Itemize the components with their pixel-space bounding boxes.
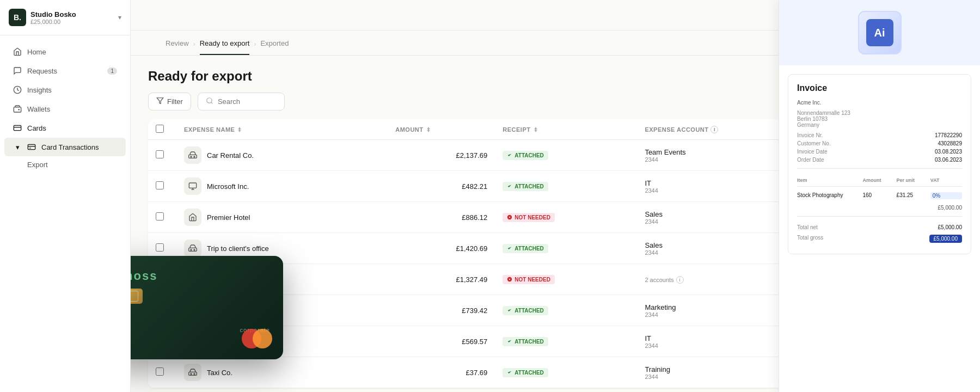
expense-type-icon xyxy=(184,209,201,226)
svg-point-33 xyxy=(191,373,192,375)
th-receipt: RECEIPT xyxy=(495,119,637,140)
amount-cell: £1,420.69 xyxy=(388,233,495,264)
sidebar-item-requests[interactable]: Requests 1 xyxy=(4,62,126,80)
svg-point-23 xyxy=(194,249,195,250)
invoice-field-order-date: Order Date 03.06.2023 xyxy=(797,157,962,163)
search-input[interactable] xyxy=(218,97,272,106)
tab-exported[interactable]: Exported xyxy=(260,39,289,55)
nav-sub-group: Export xyxy=(0,157,130,173)
sidebar: B. Studio Bosko £25,000.00 ▾ Home Reques… xyxy=(0,0,131,392)
expense-name-wrapper: Premier Hotel xyxy=(184,209,380,226)
sidebar-item-wallets[interactable]: Wallets xyxy=(4,100,126,118)
amount-cell: £1,327.49 xyxy=(388,264,495,295)
invoice-field-invoice-nr: Invoice Nr. 177822290 xyxy=(797,132,962,138)
expense-name-text: Car Rental Co. xyxy=(207,151,254,160)
receipt-badge-not-needed: NOT NEEDED xyxy=(503,213,555,222)
search-box[interactable] xyxy=(198,93,285,111)
receipt-cell: ATTACHED xyxy=(495,357,637,388)
sidebar-navigation: Home Requests 1 Insights Wallets xyxy=(0,35,130,392)
svg-point-34 xyxy=(194,373,195,375)
receipt-badge-attached: ATTACHED xyxy=(503,151,548,160)
sidebar-item-home[interactable]: Home xyxy=(4,42,126,61)
sidebar-item-cards[interactable]: Cards xyxy=(4,119,126,137)
invoice-address: Nonnendammalle 123 Berlin 10783 Germany xyxy=(797,110,962,128)
insights-icon xyxy=(13,85,22,94)
expense-account-info-icon: i xyxy=(710,126,718,133)
receipt-cell: NOT NEEDED xyxy=(495,264,637,295)
filter-button[interactable]: Filter xyxy=(148,93,191,111)
home-label: Home xyxy=(27,48,46,56)
th-amount: AMOUNT xyxy=(388,119,495,140)
amount-cell: £2,137.69 xyxy=(388,140,495,171)
card-transactions-label: Card Transactions xyxy=(41,143,99,151)
sidebar-item-card-transactions[interactable]: ▾ Card Transactions xyxy=(4,138,126,156)
sidebar-item-export[interactable]: Export xyxy=(27,157,126,173)
tab-ready-to-export[interactable]: Ready to export xyxy=(200,39,250,55)
wallets-icon xyxy=(13,105,22,113)
amount-cell: £37.69 xyxy=(388,357,495,388)
receipt-badge-not-needed: NOT NEEDED xyxy=(503,275,555,284)
expense-name-wrapper: Trip to client's office xyxy=(184,240,380,257)
expense-type-icon xyxy=(184,146,201,164)
row-select-cell[interactable] xyxy=(148,171,176,202)
requests-icon xyxy=(13,66,22,75)
row-checkbox[interactable] xyxy=(156,181,164,189)
invoice-header: Ai xyxy=(779,0,980,65)
invoice-divider-2 xyxy=(797,216,962,217)
sidebar-item-insights[interactable]: Insights xyxy=(4,81,126,99)
tab-review[interactable]: Review xyxy=(166,39,189,55)
receipt-badge-attached: ATTACHED xyxy=(503,337,548,346)
expense-name-cell: Car Rental Co. xyxy=(176,140,388,171)
expense-name-wrapper: Microsoft Inc. xyxy=(184,177,380,195)
invoice-document: Invoice Acme Inc. Nonnendammalle 123 Ber… xyxy=(788,74,971,254)
row-checkbox[interactable] xyxy=(156,367,164,376)
row-checkbox[interactable] xyxy=(156,243,164,252)
company-amount: £25,000.00 xyxy=(30,19,114,25)
expense-name-sort[interactable]: EXPENSE NAME xyxy=(184,126,242,133)
multi-account-badge[interactable]: 2 accounts i xyxy=(645,276,683,284)
svg-rect-21 xyxy=(189,248,197,251)
wallets-label: Wallets xyxy=(27,105,50,113)
invoice-col-vat: VAT xyxy=(930,177,962,183)
transaction-amount: £739.42 xyxy=(395,307,487,315)
row-checkbox[interactable] xyxy=(156,150,164,158)
th-select-all[interactable] xyxy=(148,119,176,140)
receipt-cell: ATTACHED xyxy=(495,295,637,326)
svg-rect-15 xyxy=(189,183,196,188)
svg-point-2 xyxy=(19,109,19,110)
svg-point-14 xyxy=(194,156,195,157)
cards-icon xyxy=(13,124,22,132)
company-logo: B. xyxy=(9,9,26,26)
amount-cell: £886.12 xyxy=(388,202,495,233)
invoice-col-amount: Amount xyxy=(862,177,894,183)
row-select-cell[interactable] xyxy=(148,357,176,388)
invoice-col-per-unit: Per unit xyxy=(897,177,928,183)
adobe-logo: Ai xyxy=(858,11,902,54)
row-select-cell[interactable] xyxy=(148,140,176,171)
card-chip-icon xyxy=(131,289,143,304)
invoice-col-item: Item xyxy=(797,177,860,183)
invoice-field-customer-no: Customer No. 43028829 xyxy=(797,140,962,146)
mastercard-logo xyxy=(242,329,272,348)
transaction-amount: £886.12 xyxy=(395,213,487,222)
card-overlay: moss corporate xyxy=(131,256,283,359)
insights-label: Insights xyxy=(27,86,52,94)
expense-name-wrapper: Taxi Co. xyxy=(184,364,380,381)
company-selector[interactable]: B. Studio Bosko £25,000.00 ▾ xyxy=(0,0,130,35)
invoice-item-vat: 0% xyxy=(930,192,962,199)
invoice-total-gross: Total gross £5,000.00 xyxy=(797,232,962,245)
invoice-panel: Ai Invoice Acme Inc. Nonnendammalle 123 … xyxy=(779,0,980,392)
svg-marker-9 xyxy=(157,98,163,104)
invoice-item-total: £5,000.00 xyxy=(797,205,962,211)
invoice-item-per-unit: £31.25 xyxy=(897,192,928,199)
row-checkbox[interactable] xyxy=(156,212,164,220)
receipt-sort[interactable]: RECEIPT xyxy=(503,126,538,133)
row-select-cell[interactable] xyxy=(148,202,176,233)
expense-type-icon xyxy=(184,364,201,381)
svg-rect-1 xyxy=(14,107,21,112)
amount-sort[interactable]: AMOUNT xyxy=(395,126,431,133)
expense-name-text: Trip to client's office xyxy=(207,244,269,253)
select-all-checkbox[interactable] xyxy=(156,125,164,133)
expense-name-cell: Taxi Co. xyxy=(176,357,388,388)
mastercard-circle2 xyxy=(253,329,272,348)
